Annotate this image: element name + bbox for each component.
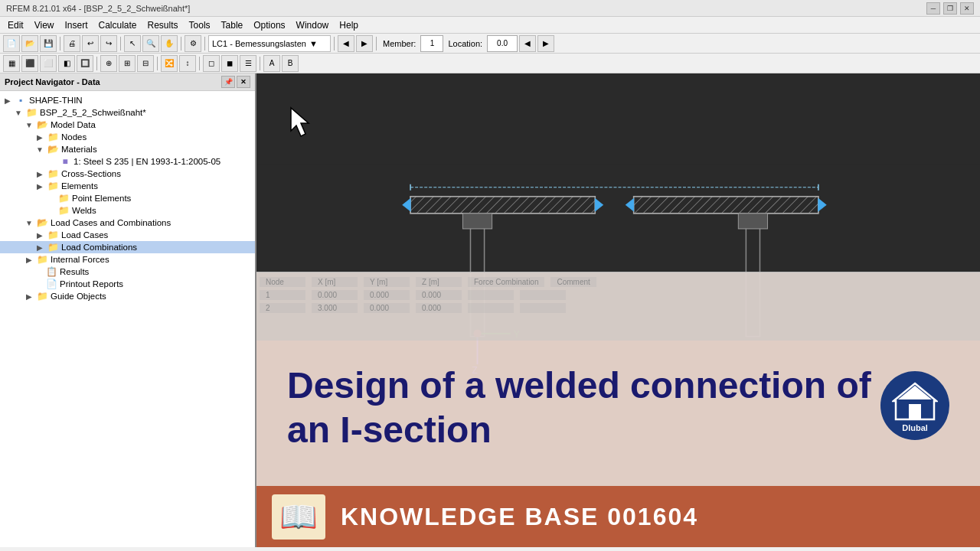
new-button[interactable]: 📄	[3, 35, 20, 52]
tree-item-model-data[interactable]: ▼ 📂 Model Data	[0, 119, 255, 131]
dropdown-arrow-icon[interactable]: ▼	[309, 39, 318, 48]
toggle-icon: ▼	[23, 219, 35, 227]
tree-label: Cross-Sections	[61, 169, 121, 178]
col-header-1: Node	[260, 277, 305, 287]
redo-button[interactable]: ↪	[100, 35, 117, 52]
tree-label: Materials	[61, 145, 97, 154]
knowledge-text: KNOWLEDGE BASE 001604	[341, 503, 698, 531]
toolbar-2: ▦ ⬛ ⬜ ◧ 🔲 ⊕ ⊞ ⊟ 🔀 ↕ ◻ ◼ ☰ A B	[0, 54, 980, 73]
menu-insert[interactable]: Insert	[60, 18, 92, 32]
view-btn9[interactable]: 🔀	[161, 55, 178, 72]
view-btn6[interactable]: ⊕	[100, 55, 117, 72]
viewport[interactable]: Y Z Node X [m] Y [m] Z [m] For	[256, 73, 980, 547]
tree-item-point-elements[interactable]: 📁 Point Elements	[0, 192, 255, 204]
tree-item-results[interactable]: 📋 Results	[0, 266, 255, 278]
hero-section: Design of a welded connection of an I-se…	[256, 341, 980, 486]
toolbar-btn-misc2[interactable]: ▶	[356, 35, 373, 52]
folder-icon: 📁	[57, 205, 70, 216]
table-row-2: 2 3.000 0.000 0.000	[260, 302, 977, 315]
tree-item-internal-forces[interactable]: ▶ 📁 Internal Forces	[0, 253, 255, 266]
tree-item-load-combinations[interactable]: ▶ 📁 Load Combinations	[0, 241, 255, 253]
view-btn10[interactable]: ↕	[179, 55, 196, 72]
folder-icon: 📁	[57, 193, 70, 204]
tree-item-steel[interactable]: ■ 1: Steel S 235 | EN 1993-1-1:2005-05	[0, 155, 255, 168]
view-btn7[interactable]: ⊞	[119, 55, 136, 72]
display-btn1[interactable]: A	[263, 55, 280, 72]
title-bar: RFEM 8.21.01 x64 - [BSP_2_5_2_Schweißnah…	[0, 0, 980, 17]
tree-item-load-cases[interactable]: ▶ 📁 Load Cases	[0, 229, 255, 241]
tree-item-welds[interactable]: 📁 Welds	[0, 204, 255, 217]
tree-item-printout-reports[interactable]: 📄 Printout Reports	[0, 278, 255, 290]
member-value[interactable]: 1	[420, 35, 443, 52]
toggle-icon: ▶	[23, 256, 35, 264]
close-button[interactable]: ✕	[960, 2, 974, 15]
view-btn8[interactable]: ⊟	[137, 55, 154, 72]
menu-help[interactable]: Help	[335, 18, 363, 32]
cursor-arrow-icon	[287, 104, 325, 142]
tree-item-shape-thin[interactable]: ▶ ▪ SHAPE-THIN	[0, 94, 255, 106]
location-prev[interactable]: ◀	[519, 35, 536, 52]
nav-pin-button[interactable]: 📌	[221, 76, 235, 88]
col-header-6: Comment	[550, 277, 596, 287]
separator-2	[120, 37, 121, 51]
select-button[interactable]: ↖	[124, 35, 141, 52]
tree-label: Load Combinations	[61, 243, 137, 252]
view-btn3[interactable]: ⬜	[40, 55, 57, 72]
view-btn5[interactable]: 🔲	[77, 55, 93, 72]
tree-item-guide-objects[interactable]: ▶ 📁 Guide Objects	[0, 290, 255, 302]
toggle-icon: ▼	[34, 145, 46, 154]
hero-title: Design of a welded connection of an I-se…	[287, 364, 880, 452]
view-btn2[interactable]: ⬛	[21, 55, 38, 72]
folder-icon: 📂	[46, 144, 60, 155]
menu-edit[interactable]: Edit	[3, 18, 28, 32]
open-button[interactable]: 📂	[21, 35, 38, 52]
cell-6	[520, 290, 566, 300]
menu-tools[interactable]: Tools	[185, 18, 215, 32]
tree-label: Welds	[72, 206, 96, 215]
tree-item-cross-sections[interactable]: ▶ 📁 Cross-Sections	[0, 168, 255, 180]
calculate-button[interactable]: ⚙	[185, 35, 201, 52]
display-btn2[interactable]: B	[282, 55, 299, 72]
tree-item-bsp[interactable]: ▼ 📁 BSP_2_5_2_Schweißnaht*	[0, 106, 255, 119]
tree-item-elements[interactable]: ▶ 📁 Elements	[0, 180, 255, 192]
menu-results[interactable]: Results	[143, 18, 183, 32]
location-value[interactable]: 0.0	[487, 35, 518, 52]
restore-button[interactable]: ❐	[943, 2, 957, 15]
svg-rect-5	[634, 197, 818, 214]
pan-button[interactable]: ✋	[161, 35, 178, 52]
menu-bar: Edit View Insert Calculate Results Tools…	[0, 17, 980, 34]
separator-t2-3	[199, 57, 200, 70]
cell-11	[468, 303, 514, 313]
print-button[interactable]: 🖨	[64, 35, 80, 52]
folder-icon: 📁	[46, 230, 60, 240]
svg-rect-25	[909, 404, 921, 419]
tree-label: Load Cases	[61, 230, 108, 240]
load-case-dropdown[interactable]: LC1 - Bemessungslasten ▼	[208, 35, 331, 52]
view-btn4[interactable]: ◧	[58, 55, 75, 72]
minimize-button[interactable]: ─	[926, 2, 940, 15]
undo-button[interactable]: ↩	[82, 35, 99, 52]
tree-item-load-cases-combinations[interactable]: ▼ 📂 Load Cases and Combinations	[0, 217, 255, 229]
render-btn3[interactable]: ☰	[240, 55, 256, 72]
tree-item-nodes[interactable]: ▶ 📁 Nodes	[0, 131, 255, 143]
toggle-icon: ▶	[34, 133, 46, 142]
dlubal-text: Dlubal	[902, 423, 928, 432]
dlubal-logo: Dlubal	[880, 371, 949, 440]
menu-calculate[interactable]: Calculate	[94, 18, 142, 32]
menu-view[interactable]: View	[30, 18, 59, 32]
render-btn1[interactable]: ◻	[203, 55, 220, 72]
save-button[interactable]: 💾	[40, 35, 57, 52]
col-header-2: X [m]	[312, 277, 358, 287]
tree-item-materials[interactable]: ▼ 📂 Materials	[0, 143, 255, 155]
zoom-button[interactable]: 🔍	[142, 35, 159, 52]
toggle-icon: ▼	[12, 109, 24, 117]
nav-close-button[interactable]: ✕	[237, 76, 250, 88]
project-icon: 📁	[24, 107, 38, 118]
menu-window[interactable]: Window	[292, 18, 334, 32]
menu-options[interactable]: Options	[249, 18, 289, 32]
render-btn2[interactable]: ◼	[221, 55, 238, 72]
view-btn1[interactable]: ▦	[3, 55, 20, 72]
location-next[interactable]: ▶	[537, 35, 554, 52]
menu-table[interactable]: Table	[217, 18, 248, 32]
toolbar-btn-misc1[interactable]: ◀	[338, 35, 354, 52]
